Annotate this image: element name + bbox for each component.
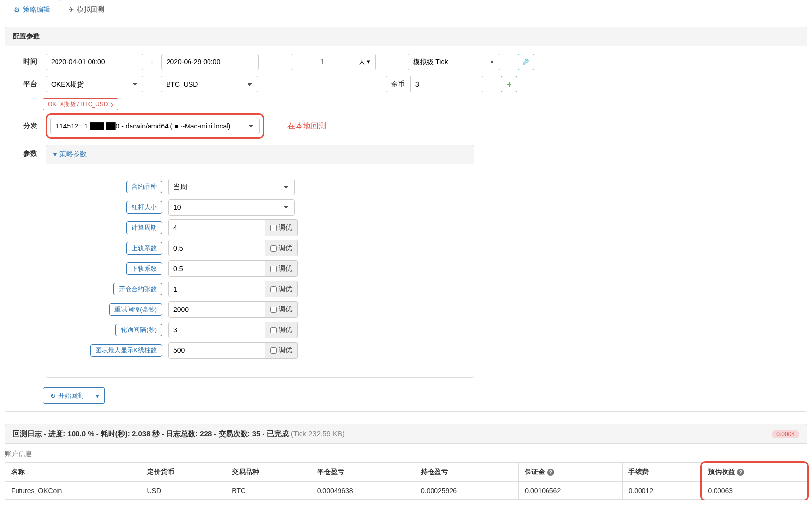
tune-toggle[interactable]: 调优	[265, 240, 298, 256]
param-label: 合约品种	[126, 181, 162, 193]
tune-toggle[interactable]: 调优	[265, 219, 298, 236]
tune-toggle[interactable]: 调优	[265, 342, 298, 359]
help-icon[interactable]: ?	[737, 469, 744, 476]
log-title-text: 回测日志 - 进度: 100.0 % - 耗时(秒): 2.038 秒 - 日志…	[13, 429, 289, 438]
col-quote: 定价货币	[141, 463, 226, 482]
start-backtest-button[interactable]: ↻ 开始回测	[43, 387, 91, 404]
tune-toggle[interactable]: 调优	[265, 281, 298, 297]
cell-trade: BTC	[226, 482, 311, 500]
refresh-icon: ↻	[50, 392, 56, 400]
param-calc-period[interactable]	[168, 219, 265, 236]
pair-select[interactable]: BTC_USD	[161, 76, 258, 92]
param-label: 上轨系数	[126, 242, 162, 255]
account-table: 名称 定价货币 交易品种 平仓盈亏 持仓盈亏 保证金? 手续费 预估收益? Fu…	[5, 462, 807, 500]
param-label: 计算周期	[126, 221, 162, 234]
log-badge: 0.0004	[772, 430, 799, 438]
config-heading: 配置参数	[5, 27, 807, 46]
platform-pair-tag: OKEX期货 / BTC_USD x	[43, 98, 118, 110]
col-trade: 交易品种	[226, 463, 311, 482]
tag-remove-icon[interactable]: x	[111, 101, 113, 108]
cell-close-pl: 0.00049638	[311, 482, 415, 500]
param-label: 下轨系数	[126, 262, 162, 275]
account-info-label: 账户信息	[5, 444, 807, 462]
tab-label: 策略编辑	[23, 5, 50, 14]
param-leverage[interactable]: 10	[168, 199, 295, 216]
dispatch-select[interactable]: 114512 : 1.███ ██0 - darwin/amd64 ( ■ ·-…	[50, 118, 260, 134]
strategy-params-toggle[interactable]: ▾ 策略参数	[46, 145, 474, 164]
tune-toggle[interactable]: 调优	[265, 322, 298, 338]
rocket-icon: ✈	[68, 6, 74, 14]
balance-label: 余币	[386, 76, 410, 92]
tab-label: 模拟回测	[77, 5, 104, 14]
param-retry-ms[interactable]	[168, 301, 265, 318]
tune-toggle[interactable]: 调优	[265, 260, 298, 277]
help-icon[interactable]: ?	[547, 469, 554, 476]
param-label: 图表最大显示K线柱数	[90, 344, 162, 357]
col-hold-pl: 持仓盈亏	[415, 463, 518, 482]
table-header-row: 名称 定价货币 交易品种 平仓盈亏 持仓盈亏 保证金? 手续费 预估收益?	[5, 463, 807, 482]
wrench-icon	[522, 57, 530, 67]
chevron-down-icon: ▾	[53, 150, 57, 158]
strategy-params-body: 合约品种当周 杠杆大小10 计算周期调优 上轨系数调优 下轨系数调优 开仓合约张…	[46, 164, 474, 378]
cell-hold-pl: 0.00025926	[415, 482, 518, 500]
input-date-from[interactable]	[46, 54, 143, 70]
annotation-local-backtest: 在本地回测	[287, 121, 326, 131]
cell-est-profit: 0.00063	[702, 482, 807, 500]
col-fee: 手续费	[623, 463, 702, 482]
input-period-num[interactable]	[291, 54, 354, 70]
tune-toggle[interactable]: 调优	[265, 301, 298, 318]
start-backtest-dropdown[interactable]: ▾	[91, 387, 105, 404]
tab-backtest[interactable]: ✈ 模拟回测	[59, 0, 113, 19]
input-date-to[interactable]	[161, 54, 259, 70]
dispatch-highlight: 114512 : 1.███ ██0 - darwin/amd64 ( ■ ·-…	[46, 113, 264, 139]
table-row: Futures_OKCoin USD BTC 0.00049638 0.0002…	[5, 482, 807, 500]
cell-name: Futures_OKCoin	[5, 482, 141, 500]
tab-strategy-edit[interactable]: ⚙ 策略编辑	[5, 0, 59, 19]
plus-icon: +	[507, 79, 512, 90]
param-label: 重试间隔(毫秒)	[109, 303, 162, 316]
start-backtest-label: 开始回测	[58, 391, 84, 400]
row-dispatch: 分发 114512 : 1.███ ██0 - darwin/amd64 ( ■…	[13, 113, 799, 139]
param-upper-coef[interactable]	[168, 240, 265, 256]
add-platform-button[interactable]: +	[501, 76, 517, 92]
param-label: 杠杆大小	[126, 201, 162, 214]
nav-tabs: ⚙ 策略编辑 ✈ 模拟回测	[5, 0, 807, 19]
gears-icon: ⚙	[14, 6, 20, 14]
cell-quote: USD	[141, 482, 226, 500]
col-name: 名称	[5, 463, 141, 482]
label-params: 参数	[13, 149, 37, 158]
row-time: 时间 - 天 ▾ 模拟级 Tick	[13, 54, 799, 70]
label-platform: 平台	[13, 80, 37, 89]
col-margin: 保证金?	[519, 463, 623, 482]
config-panel: 配置参数 时间 - 天 ▾ 模拟级 Tick	[5, 27, 807, 412]
label-dispatch: 分发	[13, 122, 37, 130]
caret-down-icon: ▾	[367, 58, 370, 65]
settings-button[interactable]	[518, 54, 534, 70]
caret-down-icon: ▾	[96, 392, 99, 400]
cell-margin: 0.00106562	[519, 482, 623, 500]
date-separator: -	[147, 58, 157, 66]
strategy-params-title: 策略参数	[59, 150, 87, 159]
col-close-pl: 平仓盈亏	[311, 463, 415, 482]
param-contract-type[interactable]: 当周	[168, 179, 295, 195]
col-est-profit: 预估收益?	[702, 463, 807, 482]
param-poll-sec[interactable]	[168, 322, 265, 338]
param-open-contracts[interactable]	[168, 281, 265, 297]
cell-fee: 0.00012	[623, 482, 702, 500]
platform-select[interactable]: OKEX期货	[46, 76, 143, 92]
log-heading: 回测日志 - 进度: 100.0 % - 耗时(秒): 2.038 秒 - 日志…	[5, 424, 807, 444]
label-time: 时间	[13, 57, 37, 66]
tag-text: OKEX期货 / BTC_USD	[48, 100, 108, 109]
param-lower-coef[interactable]	[168, 260, 265, 277]
param-max-kbars[interactable]	[168, 342, 265, 359]
param-label: 开仓合约张数	[113, 283, 162, 295]
period-unit-dropdown[interactable]: 天 ▾	[354, 54, 376, 70]
param-label: 轮询间隔(秒)	[115, 324, 162, 336]
log-title-extra: (Tick 232.59 KB)	[291, 429, 345, 438]
period-unit-label: 天	[359, 58, 365, 65]
row-params: 参数 ▾ 策略参数 合约品种当周 杠杆大小10 计算周期调优 上轨系数调优 下轨…	[13, 145, 799, 378]
balance-input[interactable]	[410, 76, 483, 92]
row-platform: 平台 OKEX期货 BTC_USD 余币 +	[13, 76, 799, 92]
tick-level-select[interactable]: 模拟级 Tick	[408, 54, 500, 70]
